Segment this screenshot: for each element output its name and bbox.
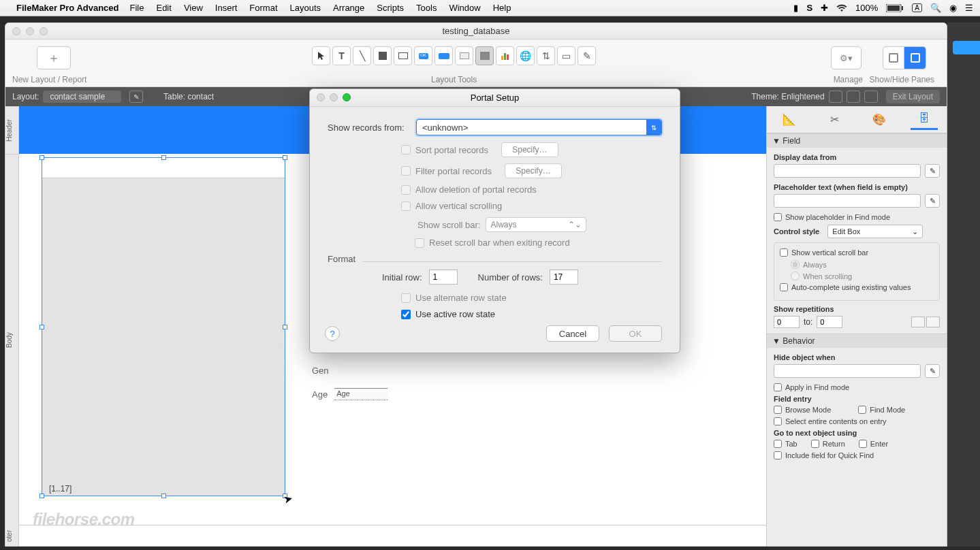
spotlight-icon[interactable]: 🔍 [930,3,941,13]
menu-window[interactable]: Window [449,3,480,13]
selected-portal-object[interactable] [42,157,285,496]
field-picker-icon[interactable]: ✎ [578,46,596,65]
theme-grid2-icon[interactable] [847,91,860,103]
line-tool-icon[interactable]: ╲ [353,46,371,65]
enter-checkbox[interactable]: Enter [859,440,888,448]
portal-tool-icon[interactable] [475,46,494,65]
placeholder-input[interactable] [774,194,921,208]
edit-layout-icon[interactable]: ✎ [129,91,143,103]
keyboard-icon[interactable]: A [912,3,922,12]
find-mode-checkbox[interactable]: Find Mode [858,406,905,414]
pointer-tool-icon[interactable] [312,46,330,65]
menu-scripts[interactable]: Scripts [377,3,404,13]
popover-tool-icon[interactable]: ▭ [557,46,575,65]
dialog-zoom-icon[interactable] [343,93,351,101]
num-rows-input[interactable] [550,270,578,285]
display-data-edit-icon[interactable]: ✎ [925,164,940,178]
wifi-icon[interactable] [836,4,847,12]
minimize-icon[interactable] [26,27,34,35]
status-plus-icon[interactable]: ✚ [821,3,828,13]
inspector-tab-position-icon[interactable]: 📐 [776,110,803,130]
apply-find-checkbox[interactable]: Apply in Find mode [774,383,940,391]
sort-records-checkbox[interactable]: Sort portal records Specify… [401,142,662,157]
show-vscroll-checkbox[interactable]: Show vertical scroll bar [780,248,934,257]
vscroll-always-radio[interactable]: Always [791,260,934,269]
inspector-tab-appearance-icon[interactable]: 🎨 [866,110,893,130]
part-body-label[interactable]: Body [5,154,18,525]
chevron-updown-icon[interactable]: ⇅ [646,120,661,135]
close-icon[interactable] [12,27,20,35]
section-field-header[interactable]: ▼ Field [767,134,947,148]
autocomplete-checkbox[interactable]: Auto-complete using existing values [780,283,934,291]
reset-scroll-checkbox[interactable]: Reset scroll bar when exiting record [415,238,662,248]
include-quickfind-checkbox[interactable]: Include field for Quick Find [774,451,940,459]
menu-format[interactable]: Format [249,3,277,13]
hide-object-edit-icon[interactable]: ✎ [925,364,940,378]
section-behavior-header[interactable]: ▼ Behavior [767,334,947,348]
alt-row-state-checkbox[interactable]: Use alternate row state [401,293,662,303]
menu-edit[interactable]: Edit [156,3,171,13]
allow-delete-checkbox[interactable]: Allow deletion of portal records [401,184,662,195]
button-tool-icon[interactable]: OK [414,46,432,65]
buttonbar-tool-icon[interactable] [434,46,453,65]
control-style-select[interactable]: Edit Box⌄ [827,225,923,238]
active-row-state-checkbox[interactable]: Use active row state [401,309,662,319]
chart-tool-icon[interactable] [496,46,514,65]
tab-tool-icon[interactable] [455,46,473,65]
inspector-tab-styles-icon[interactable]: ✂ [821,110,848,130]
zoom-icon[interactable] [39,27,48,35]
part-footer-label[interactable]: oter [5,525,18,546]
show-records-select[interactable]: <unknown> ⇅ [416,119,662,135]
siri-icon[interactable]: ◉ [949,3,957,13]
layout-selector[interactable]: contact sample [43,91,121,103]
text-tool-icon[interactable]: T [332,46,351,65]
reps-to-input[interactable] [817,316,842,328]
display-data-input[interactable] [774,164,921,178]
menu-view[interactable]: View [184,3,203,13]
status-app-icon[interactable]: ▮ [793,3,798,13]
rectangle-tool-icon[interactable] [373,46,392,65]
menu-file[interactable]: File [130,3,144,13]
slider-tool-icon[interactable]: ⇅ [537,46,555,65]
vscroll-when-radio[interactable]: When scrolling [791,272,934,280]
browse-mode-checkbox[interactable]: Browse Mode [774,406,831,414]
ok-button[interactable]: OK [609,325,662,342]
hide-object-input[interactable] [774,364,921,378]
exit-layout-button[interactable]: Exit Layout [886,90,940,103]
reps-vertical-icon[interactable] [911,317,925,327]
manage-button[interactable]: ⚙︎▾ [831,46,862,69]
menu-layouts[interactable]: Layouts [290,3,321,13]
sort-specify-button[interactable]: Specify… [501,142,558,157]
filter-specify-button[interactable]: Specify… [505,163,562,178]
tab-checkbox[interactable]: Tab [774,440,797,448]
cancel-button[interactable]: Cancel [546,325,599,342]
status-s-icon[interactable]: S [806,3,812,13]
app-name[interactable]: FileMaker Pro Advanced [16,3,119,13]
webviewer-tool-icon[interactable]: 🌐 [516,46,535,65]
field-tool-icon[interactable] [394,46,412,65]
part-header-label[interactable]: Header [5,106,18,154]
menu-help[interactable]: Help [493,3,511,13]
inspector-tab-data-icon[interactable]: 🗄 [911,110,938,130]
reps-from-input[interactable] [774,316,800,328]
text-style-icon[interactable] [864,91,878,103]
new-layout-button[interactable] [37,46,71,69]
menu-tools[interactable]: Tools [416,3,437,13]
show-placeholder-checkbox[interactable]: Show placeholder in Find mode [774,213,940,221]
dialog-minimize-icon[interactable] [330,93,338,101]
notifications-icon[interactable]: ☰ [965,3,973,13]
field-box[interactable]: Age [334,388,388,400]
select-entire-checkbox[interactable]: Select entire contents on entry [774,417,940,425]
initial-row-input[interactable] [429,270,458,285]
help-button[interactable]: ? [325,326,340,341]
reps-horizontal-icon[interactable] [926,317,940,327]
menu-insert[interactable]: Insert [215,3,238,13]
scrollbar-select[interactable]: Always⌃⌄ [486,217,586,232]
allow-vscroll-checkbox[interactable]: Allow vertical scrolling [401,201,662,211]
placeholder-edit-icon[interactable]: ✎ [925,194,940,208]
theme-grid-icon[interactable] [829,91,842,103]
dialog-close-icon[interactable] [317,93,325,101]
return-checkbox[interactable]: Return [811,440,845,448]
left-pane-toggle[interactable] [883,46,904,69]
filter-records-checkbox[interactable]: Filter portal records Specify… [401,163,662,178]
